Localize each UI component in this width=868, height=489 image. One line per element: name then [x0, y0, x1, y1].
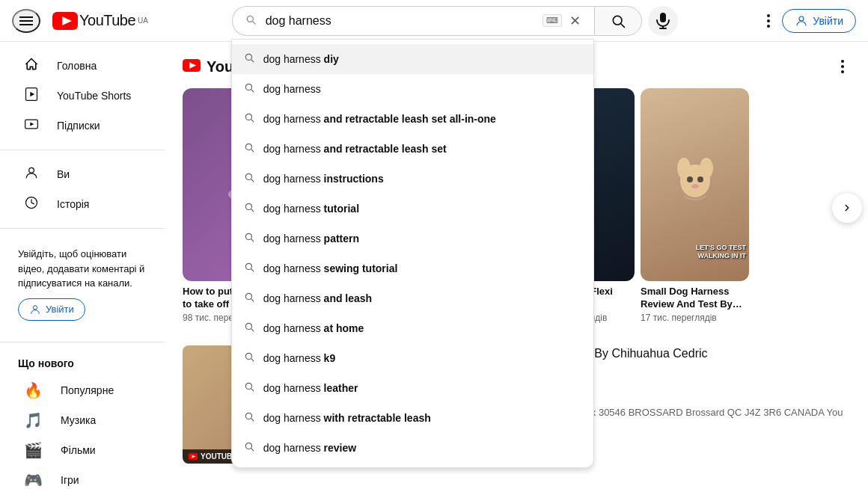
dropdown-item-8[interactable]: dog harness and leash: [232, 283, 593, 313]
sidebar-item-music[interactable]: 🎵 Музика: [6, 405, 159, 435]
sidebar-item-you[interactable]: Ви: [6, 159, 159, 189]
home-icon: [24, 57, 39, 76]
chevron-right-icon: [842, 203, 852, 213]
more-options-button[interactable]: [761, 8, 776, 34]
sidebar-divider-1: [0, 150, 165, 150]
sign-in-button[interactable]: Увійти: [782, 9, 856, 33]
dropdown-text-0: dog harness diy: [263, 53, 339, 65]
dropdown-item-5[interactable]: dog harness tutorial: [232, 194, 593, 224]
more-icon: [767, 14, 770, 28]
short-title-4: Small Dog Harness Review And Test By Chi…: [641, 286, 749, 311]
dropdown-item-1[interactable]: dog harness: [232, 74, 593, 104]
sidebar-divider-3: [0, 342, 165, 342]
dropdown-search-icon-10: [244, 351, 254, 365]
youtube-logo[interactable]: YouTubeUA: [52, 12, 148, 30]
games-icon: 🎮: [24, 471, 43, 489]
clear-button[interactable]: ✕: [568, 11, 582, 31]
history-icon: [24, 195, 39, 214]
section-more-icon: [841, 60, 844, 73]
sidebar-home-label: Головна: [57, 60, 97, 72]
svg-rect-0: [19, 16, 33, 18]
sidebar-item-trending[interactable]: 🔥 Популярне: [6, 375, 159, 405]
sidebar-sign-in-icon: [29, 304, 41, 316]
svg-marker-43: [30, 91, 34, 96]
sidebar-games-label: Ігри: [61, 474, 79, 486]
sidebar-item-games[interactable]: 🎮 Ігри: [6, 465, 159, 490]
sidebar-item-subscriptions[interactable]: Підписки: [6, 111, 159, 141]
svg-point-38: [767, 14, 770, 17]
sidebar-item-shorts[interactable]: YouTube Shorts: [6, 81, 159, 111]
menu-button[interactable]: [12, 9, 40, 33]
dropdown-item-10[interactable]: dog harness k9: [232, 343, 593, 373]
youtube-logo-small: [183, 59, 201, 75]
svg-line-26: [251, 328, 253, 330]
dropdown-item-13[interactable]: dog harness review: [232, 433, 593, 463]
shorts-icon: [24, 87, 39, 105]
dropdown-item-12[interactable]: dog harness with retractable leash: [232, 403, 593, 433]
sign-in-section: Увійдіть, щоб оцінювати відео, додавати …: [0, 238, 165, 333]
svg-point-53: [841, 70, 844, 73]
search-form: ⌨ ✕ dog harness diy dog harness: [232, 6, 642, 36]
search-submit-button[interactable]: [594, 6, 642, 36]
svg-line-8: [251, 59, 253, 61]
sidebar-sign-in-button[interactable]: Увійти: [18, 298, 85, 321]
short-card-4[interactable]: LET'S GO TEST WALKING IN IT Small Dog Ha…: [641, 88, 749, 327]
mic-icon: [656, 13, 670, 29]
dropdown-search-icon-12: [244, 411, 254, 425]
logo-ua: UA: [138, 16, 148, 25]
dropdown-search-icon-6: [244, 232, 254, 245]
sidebar-sign-in-label: Увійти: [46, 304, 74, 315]
you-icon: [24, 165, 39, 184]
dropdown-text-6: dog harness pattern: [263, 233, 359, 244]
dropdown-text-5: dog harness tutorial: [263, 203, 359, 215]
dropdown-text-7: dog harness sewing tutorial: [263, 262, 398, 274]
svg-line-22: [251, 268, 253, 271]
short-thumb-4: LET'S GO TEST WALKING IN IT: [641, 88, 749, 281]
svg-rect-1: [19, 20, 33, 22]
dropdown-item-0[interactable]: dog harness diy: [232, 44, 593, 74]
section-more-button[interactable]: [835, 54, 850, 79]
dropdown-search-icon-2: [244, 112, 254, 126]
svg-point-67: [691, 184, 699, 188]
dropdown-text-10: dog harness k9: [263, 352, 336, 364]
dropdown-item-2[interactable]: dog harness and retractable leash set al…: [232, 104, 593, 134]
svg-line-24: [251, 298, 253, 301]
search-icon-left: [245, 13, 257, 28]
svg-rect-2: [19, 24, 33, 25]
dropdown-item-6[interactable]: dog harness pattern: [232, 224, 593, 253]
svg-point-65: [687, 176, 693, 182]
dropdown-item-3[interactable]: dog harness and retractable leash set: [232, 134, 593, 164]
svg-line-16: [251, 179, 253, 181]
sidebar-item-films[interactable]: 🎬 Фільми: [6, 435, 159, 465]
dropdown-search-icon-11: [244, 381, 254, 395]
dropdown-item-9[interactable]: dog harness at home: [232, 313, 593, 343]
svg-point-63: [677, 158, 691, 179]
svg-line-28: [251, 358, 253, 360]
dropdown-item-7[interactable]: dog harness sewing tutorial: [232, 253, 593, 283]
hamburger-icon: [19, 16, 33, 25]
dropdown-item-11[interactable]: dog harness leather: [232, 373, 593, 403]
search-input-wrapper: ⌨ ✕: [232, 6, 594, 36]
dropdown-text-13: dog harness review: [263, 442, 357, 454]
dropdown-text-8: dog harness and leash: [263, 292, 373, 304]
svg-point-64: [700, 158, 713, 179]
search-input[interactable]: [266, 14, 542, 28]
sidebar: Головна YouTube Shorts Підписки Ви Істор…: [0, 42, 165, 489]
sidebar-music-label: Музика: [61, 414, 96, 426]
svg-point-66: [697, 176, 703, 182]
dropdown-search-icon-1: [244, 82, 254, 96]
subscriptions-icon: [24, 117, 39, 135]
sidebar-item-history[interactable]: Історія: [6, 189, 159, 219]
mic-button[interactable]: [648, 6, 678, 36]
sidebar-item-home[interactable]: Головна: [6, 51, 159, 81]
dropdown-item-4[interactable]: dog harness instructions: [232, 164, 593, 194]
dropdown-search-icon-0: [244, 52, 254, 66]
short-views-4: 17 тис. переглядів: [641, 313, 749, 323]
chevron-right-button[interactable]: [832, 193, 862, 223]
svg-point-41: [799, 16, 804, 21]
dropdown-text-9: dog harness at home: [263, 322, 364, 334]
svg-line-6: [620, 23, 624, 27]
svg-line-18: [251, 209, 253, 211]
svg-marker-45: [30, 122, 34, 126]
sidebar-shorts-label: YouTube Shorts: [57, 90, 131, 102]
